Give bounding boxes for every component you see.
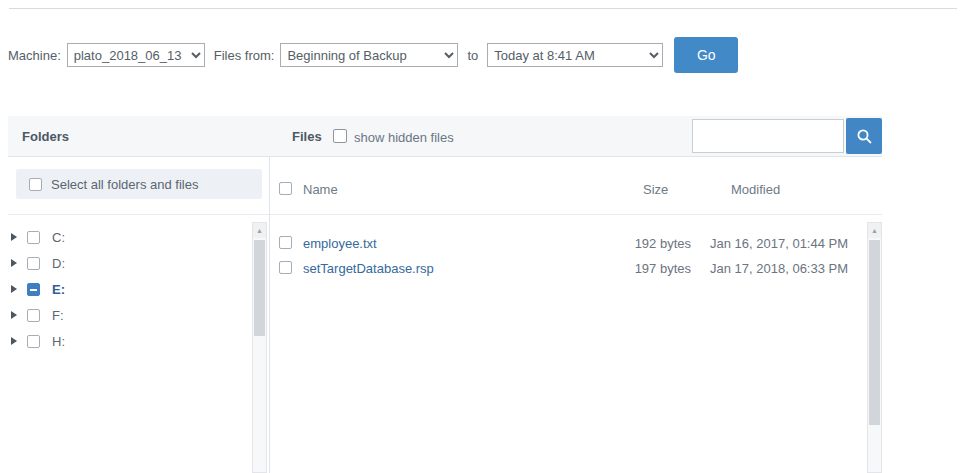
search-input[interactable] — [692, 119, 844, 153]
select-all-label: Select all folders and files — [51, 177, 198, 192]
files-from-select[interactable]: Beginning of Backup — [280, 43, 458, 67]
folders-scrollbar[interactable]: ▲ — [252, 222, 267, 473]
search-button[interactable] — [846, 118, 882, 154]
machine-select[interactable]: plato_2018_06_13 — [67, 43, 205, 67]
file-name-link[interactable]: employee.txt — [303, 236, 377, 251]
file-size: 197 bytes — [591, 261, 691, 276]
scroll-up-icon[interactable]: ▲ — [253, 223, 266, 238]
folder-checkbox[interactable] — [27, 309, 40, 322]
panel-header: Folders Files show hidden files — [8, 116, 882, 157]
scrollbar-thumb[interactable] — [254, 240, 265, 336]
folder-item-c[interactable]: C: — [0, 224, 250, 250]
select-all-checkbox[interactable] — [29, 178, 42, 191]
file-modified: Jan 16, 2017, 01:44 PM — [710, 236, 848, 251]
folder-label[interactable]: D: — [52, 256, 65, 271]
go-button[interactable]: Go — [674, 37, 738, 73]
show-hidden-files-checkbox[interactable] — [333, 129, 347, 143]
folder-item-e[interactable]: E: — [0, 276, 250, 302]
show-hidden-files-label[interactable]: show hidden files — [354, 130, 454, 145]
file-checkbox[interactable] — [279, 261, 292, 274]
files-to-select[interactable]: Today at 8:41 AM — [487, 43, 663, 67]
file-row: employee.txt 192 bytes Jan 16, 2017, 01:… — [270, 230, 866, 255]
scroll-up-icon[interactable]: ▲ — [868, 223, 881, 238]
file-modified: Jan 17, 2018, 06:33 PM — [710, 261, 848, 276]
column-header-name[interactable]: Name — [303, 182, 338, 197]
machine-label: Machine: — [8, 48, 61, 63]
expand-icon[interactable] — [11, 337, 17, 345]
file-row: setTargetDatabase.rsp 197 bytes Jan 17, … — [270, 255, 866, 280]
folder-label[interactable]: C: — [52, 230, 65, 245]
column-header-size[interactable]: Size — [643, 182, 668, 197]
folder-checkbox-partial[interactable] — [27, 283, 40, 296]
folder-item-d[interactable]: D: — [0, 250, 250, 276]
folder-item-f[interactable]: F: — [0, 302, 250, 328]
panes-separator — [269, 157, 270, 473]
folder-label[interactable]: F: — [52, 308, 64, 323]
top-divider — [9, 8, 957, 9]
files-from-label: Files from: — [214, 48, 275, 63]
file-name-link[interactable]: setTargetDatabase.rsp — [303, 261, 434, 276]
restore-file-browser: Machine: plato_2018_06_13 Files from: Be… — [0, 0, 966, 473]
column-header-modified[interactable]: Modified — [731, 182, 780, 197]
files-title: Files — [292, 129, 322, 144]
folder-item-h[interactable]: H: — [0, 328, 250, 354]
file-checkbox[interactable] — [279, 236, 292, 249]
folder-tree: C: D: E: F: H: — [0, 224, 250, 354]
expand-icon[interactable] — [11, 285, 17, 293]
search-icon — [856, 128, 873, 145]
folders-title: Folders — [22, 129, 69, 144]
files-scrollbar[interactable]: ▲ — [867, 222, 882, 473]
select-all-box[interactable]: Select all folders and files — [16, 169, 262, 199]
folder-checkbox[interactable] — [27, 335, 40, 348]
expand-icon[interactable] — [11, 311, 17, 319]
scrollbar-thumb[interactable] — [869, 240, 880, 425]
folder-checkbox[interactable] — [27, 257, 40, 270]
toolbar: Machine: plato_2018_06_13 Files from: Be… — [8, 37, 738, 73]
expand-icon[interactable] — [11, 233, 17, 241]
select-all-files-checkbox[interactable] — [279, 182, 292, 195]
file-size: 192 bytes — [591, 236, 691, 251]
to-label: to — [467, 48, 478, 63]
header-divider — [8, 214, 882, 215]
folder-label[interactable]: E: — [52, 282, 65, 297]
folder-checkbox[interactable] — [27, 231, 40, 244]
expand-icon[interactable] — [11, 259, 17, 267]
folder-label[interactable]: H: — [52, 334, 65, 349]
